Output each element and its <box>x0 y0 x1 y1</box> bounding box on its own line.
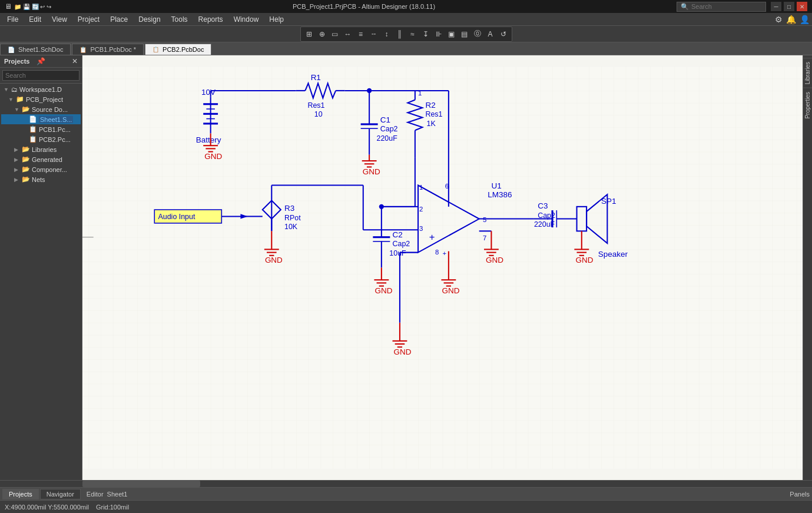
tree-item-sheet1[interactable]: ▶ 📄 Sheet1.S... <box>1 114 81 124</box>
sidebar-close-icon[interactable]: ✕ <box>70 57 79 66</box>
svg-text:R2: R2 <box>425 101 435 110</box>
svg-text:C1: C1 <box>380 115 390 124</box>
libraries-label: Libraries <box>32 146 57 153</box>
menu-window[interactable]: Window <box>229 14 264 25</box>
svg-text:Speaker: Speaker <box>598 250 628 259</box>
toolbar-rotate[interactable]: ≡ <box>355 28 367 40</box>
toolbar-select[interactable]: ▭ <box>329 28 341 40</box>
tab-pcb1[interactable]: 📋 PCB1.PcbDoc * <box>72 44 144 55</box>
svg-point-87 <box>379 204 384 209</box>
svg-text:1K: 1K <box>427 120 436 128</box>
tree-item-pcb-project[interactable]: ▼ 📁 PCB_Project <box>1 94 81 104</box>
user-icon[interactable]: 👤 <box>800 15 810 24</box>
grid-display: Grid:100mil <box>96 504 129 511</box>
tree-item-pcb2[interactable]: ▶ 📋 PCB2.Pc... <box>1 134 81 144</box>
svg-text:C2: C2 <box>393 230 403 239</box>
svg-text:Cap2: Cap2 <box>538 211 555 220</box>
menu-edit[interactable]: Edit <box>24 14 46 25</box>
toolbar-circle[interactable]: ⓪ <box>472 28 483 40</box>
properties-panel-tab[interactable]: Properties <box>803 88 812 123</box>
source-doc-icon: 📂 <box>22 105 30 113</box>
nets-label: Nets <box>32 176 45 183</box>
panels-label[interactable]: Panels <box>790 491 810 498</box>
toolbar-filter[interactable]: ⊞ <box>303 28 315 40</box>
pcb2-label: PCB2.Pc... <box>39 136 71 143</box>
tree-item-components[interactable]: ▶ 📂 Componer... <box>1 164 81 174</box>
tree-item-libraries[interactable]: ▶ 📂 Libraries <box>1 144 81 154</box>
main-layout: Projects 📌 ✕ ▼ 🗂 Workspace1.D ▼ 📁 PCB_Pr… <box>0 55 812 480</box>
close-button[interactable]: ✕ <box>797 2 807 11</box>
minimize-button[interactable]: ─ <box>771 2 781 11</box>
schematic-canvas[interactable]: 10V Battery GND R1 Res1 10 <box>82 55 803 480</box>
sheet1-bottom-label: Sheet1 <box>107 491 128 498</box>
menu-reports[interactable]: Reports <box>194 14 228 25</box>
sidebar-pin-icon[interactable]: 📌 <box>35 57 47 66</box>
source-doc-label: Source Do... <box>32 106 68 113</box>
tree-item-workspace[interactable]: ▼ 🗂 Workspace1.D <box>1 85 81 94</box>
tab-pcb2[interactable]: 📋 PCB2.PcbDoc <box>145 44 211 55</box>
toolbar-move[interactable]: ↔ <box>342 28 354 40</box>
svg-text:10: 10 <box>314 110 323 118</box>
libraries-panel-tab[interactable]: Libraries <box>803 58 812 88</box>
generated-icon: 📂 <box>22 155 30 163</box>
notification-icon[interactable]: 🔔 <box>786 15 796 24</box>
sidebar-search-input[interactable] <box>2 70 79 81</box>
toolbar-bus[interactable]: ↕ <box>381 28 393 40</box>
sidebar-toolbar: Projects 📌 ✕ <box>0 55 82 68</box>
components-icon: 📂 <box>22 166 30 173</box>
svg-text:R3: R3 <box>284 204 294 213</box>
svg-text:5: 5 <box>483 216 486 223</box>
horizontal-scrollbar[interactable] <box>0 480 812 487</box>
tree-item-source-doc[interactable]: ▼ 📂 Source Do... <box>1 104 81 114</box>
sidebar-search-area <box>0 68 82 84</box>
settings-icon[interactable]: ⚙ <box>775 15 783 24</box>
toolbar-add[interactable]: ⊕ <box>316 28 328 40</box>
svg-text:2: 2 <box>419 206 423 213</box>
menu-place[interactable]: Place <box>105 14 132 25</box>
svg-text:U1: U1 <box>491 181 501 190</box>
menu-view[interactable]: View <box>47 14 72 25</box>
maximize-button[interactable]: □ <box>784 2 794 11</box>
tab-sheet1[interactable]: 📄 Sheet1.SchDoc <box>0 44 71 55</box>
sidebar-title-label: Projects <box>2 57 31 65</box>
svg-text:10V: 10V <box>201 88 216 97</box>
toolbar-undo[interactable]: ↺ <box>498 28 509 40</box>
svg-text:GND: GND <box>374 286 392 295</box>
toolbar-text[interactable]: A <box>485 28 496 40</box>
pcb2-icon: 📋 <box>29 135 37 143</box>
toolbar-net[interactable]: ≈ <box>407 28 419 40</box>
svg-text:Cap2: Cap2 <box>393 240 410 248</box>
pcb-project-label: PCB_Project <box>26 96 63 103</box>
toolbar-port[interactable]: ⊪ <box>433 28 445 40</box>
navigator-bottom-tab[interactable]: Navigator <box>40 489 81 499</box>
svg-text:GND: GND <box>204 152 222 161</box>
project-tree: ▼ 🗂 Workspace1.D ▼ 📁 PCB_Project ▼ 📂 Sou… <box>0 84 82 480</box>
toolbar-sheet[interactable]: ▣ <box>446 28 458 40</box>
tree-item-nets[interactable]: ▶ 📂 Nets <box>1 174 81 184</box>
toolbar-wire[interactable]: ╌ <box>368 28 380 40</box>
menu-project[interactable]: Project <box>73 14 104 25</box>
svg-text:RPot: RPot <box>284 214 301 222</box>
svg-text:Battery: Battery <box>196 135 221 144</box>
menu-design[interactable]: Design <box>134 14 165 25</box>
pcb1-icon: 📋 <box>29 125 37 133</box>
titlebar-search[interactable]: 🔍 <box>677 2 766 12</box>
svg-text:Audio Input: Audio Input <box>158 213 195 221</box>
menu-tools[interactable]: Tools <box>167 14 193 25</box>
menubar: File Edit View Project Place Design Tool… <box>0 13 812 26</box>
menu-file[interactable]: File <box>2 14 23 25</box>
tab-pcb1-icon: 📋 <box>79 47 87 53</box>
toolbar-junction[interactable]: ║ <box>394 28 406 40</box>
toolbar-directive[interactable]: ▤ <box>459 28 470 40</box>
nets-icon: 📂 <box>22 176 30 183</box>
projects-bottom-tab[interactable]: Projects <box>2 489 39 499</box>
toolbar-power[interactable]: ↧ <box>420 28 432 40</box>
title-text: PCB_Project1.PrjPCB - Altium Designer (1… <box>51 3 677 10</box>
tree-item-generated[interactable]: ▶ 📂 Generated <box>1 154 81 164</box>
menu-help[interactable]: Help <box>264 14 289 25</box>
tree-item-pcb1[interactable]: ▶ 📋 PCB1.Pc... <box>1 124 81 134</box>
schematic-diagram: 10V Battery GND R1 Res1 10 <box>82 55 803 480</box>
svg-text:10uF: 10uF <box>389 249 406 257</box>
titlebar-search-input[interactable] <box>691 3 762 10</box>
svg-text:GND: GND <box>265 256 283 264</box>
